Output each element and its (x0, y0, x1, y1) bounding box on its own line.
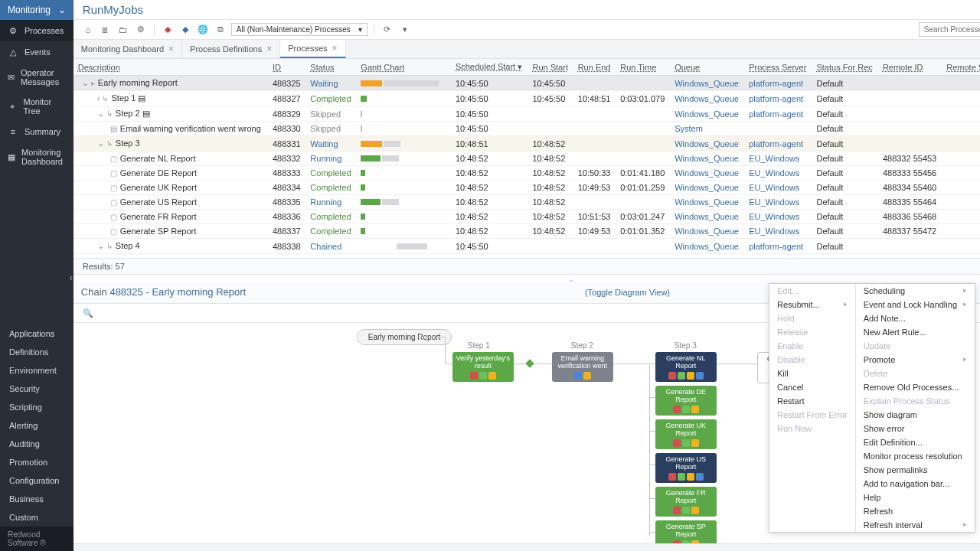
column-header[interactable]: Run Time (616, 59, 670, 76)
split-handle[interactable]: ‹⌄ (74, 275, 980, 281)
job-node[interactable]: Email warning verification went (552, 352, 613, 382)
settings-icon[interactable]: ⚙ (134, 23, 148, 37)
menu-item-resubmit-[interactable]: Resubmit...▸ (769, 298, 855, 311)
queue-link[interactable]: Windows_Queue (675, 154, 739, 163)
sidebar-section-auditing[interactable]: Auditing (0, 435, 74, 453)
job-node[interactable]: Generate FR Report (655, 487, 717, 517)
column-header[interactable]: Queue (670, 59, 744, 76)
queue-link[interactable]: Windows_Queue (675, 256, 739, 258)
menu-item-remove-old-processes-[interactable]: Remove Old Processes... (856, 380, 975, 394)
menu-item-kill[interactable]: Kill (769, 367, 855, 380)
close-icon[interactable]: × (168, 44, 174, 54)
menu-item-promote[interactable]: Promote▸ (856, 353, 975, 367)
process-server-link[interactable]: platform-agent (749, 242, 803, 251)
queue-link[interactable]: Windows_Queue (675, 242, 739, 251)
table-row[interactable]: ›↳Step 1 ▤488327Completed10:45:5010:45:5… (74, 91, 980, 106)
job-node[interactable]: Generate DE Report (655, 386, 717, 416)
home-icon[interactable]: ⌂ (81, 23, 95, 37)
sidebar-item-monitor-tree[interactable]: ⌖Monitor Tree (0, 92, 74, 121)
tab-process-definitions[interactable]: Process Definitions× (182, 40, 280, 58)
table-row[interactable]: ⌄↳Step 4488338Chained10:45:50Windows_Que… (74, 239, 980, 254)
sidebar-item-operator-messages[interactable]: ✉Operator Messages (0, 63, 74, 92)
column-header[interactable]: Remote System (942, 59, 980, 76)
sidebar-item-summary[interactable]: ≡Summary (0, 121, 74, 142)
process-filter-dropdown[interactable]: All (Non-Maintenance) Processes▾ (231, 23, 368, 36)
process-server-link[interactable]: EU_Windows (749, 183, 799, 192)
horizontal-scrollbar[interactable] (74, 543, 980, 551)
menu-item-refresh-interval[interactable]: Refresh interval▸ (856, 518, 975, 532)
refresh-caret-icon[interactable]: ▾ (398, 23, 412, 37)
job-node[interactable]: Generate SP Report (655, 520, 717, 543)
menu-item-add-note-[interactable]: Add Note... (856, 311, 975, 325)
table-row[interactable]: ⌄↳Step 2 ▤488329Skipped10:45:50Windows_Q… (74, 106, 980, 122)
menu-item-new-alert-rule-[interactable]: New Alert Rule... (856, 325, 975, 339)
search-processes-input[interactable]: 🔍 (919, 22, 980, 37)
filter-blue-icon[interactable]: ◆ (178, 23, 192, 37)
toggle-diagram-view[interactable]: (Toggle Diagram View) (585, 288, 670, 297)
column-header[interactable]: Status For Rec (812, 59, 877, 76)
sidebar-section-applications[interactable]: Applications (0, 324, 74, 343)
column-header[interactable]: ID (268, 59, 305, 76)
menu-item-show-diagram[interactable]: Show diagram (856, 408, 975, 422)
process-server-link[interactable]: EU_Windows (749, 212, 799, 221)
sidebar-section-monitoring[interactable]: Monitoring⌄ (0, 0, 74, 20)
table-row[interactable]: ▢Generate US Report488335Running10:48:52… (74, 195, 980, 210)
menu-item-refresh[interactable]: Refresh (856, 504, 975, 518)
chain-name-link[interactable]: Early morning Report (152, 286, 246, 298)
menu-item-cancel[interactable]: Cancel (769, 380, 855, 394)
queue-link[interactable]: Windows_Queue (675, 168, 739, 178)
filter-globe-icon[interactable]: 🌐 (196, 23, 210, 37)
sidebar-section-scripting[interactable]: Scripting (0, 398, 74, 416)
process-server-link[interactable]: platform-agent (749, 94, 803, 103)
expand-icon[interactable]: ⌄ (95, 109, 106, 118)
queue-link[interactable]: System (675, 124, 703, 133)
close-icon[interactable]: × (266, 44, 272, 54)
menu-item-restart[interactable]: Restart (769, 394, 855, 408)
collapse-left-icon[interactable]: ‹ (70, 272, 73, 283)
menu-item-show-error[interactable]: Show error (856, 422, 975, 435)
sidebar-item-processes[interactable]: ⚙Processes (0, 20, 74, 41)
menu-item-help[interactable]: Help (856, 491, 975, 504)
column-header[interactable]: Description (74, 59, 268, 76)
table-row[interactable]: ▢Generate FR Report488336Completed10:48:… (74, 210, 980, 224)
new-icon[interactable]: 🗎 (99, 23, 113, 37)
process-server-link[interactable]: platform-agent (749, 139, 803, 148)
column-header[interactable]: Process Server (744, 59, 812, 76)
process-server-link[interactable]: EU_Windows (749, 197, 799, 207)
job-node[interactable]: Generate US Report (655, 453, 717, 483)
table-row[interactable]: ▢Generate NL Report488332Running10:48:52… (74, 152, 980, 166)
job-node[interactable]: Generate UK Report (655, 419, 717, 449)
zoom-reset-icon[interactable]: 🔍 (81, 306, 95, 320)
sidebar-section-configuration[interactable]: Configuration (0, 471, 74, 490)
tab-processes[interactable]: Processes× (280, 40, 345, 58)
column-header[interactable]: Gantt Chart (356, 59, 451, 76)
job-node[interactable]: Generate NL Report (655, 352, 717, 382)
column-header[interactable]: Run Start (528, 59, 573, 76)
close-icon[interactable]: × (332, 43, 338, 54)
process-server-link[interactable]: platform-agent (749, 79, 803, 88)
column-header[interactable]: Remote ID (878, 59, 942, 76)
queue-link[interactable]: Windows_Queue (675, 139, 739, 148)
process-server-link[interactable]: EU_Windows (749, 227, 799, 236)
menu-item-show-permalinks[interactable]: Show permalinks (856, 463, 975, 477)
expand-icon[interactable]: ⌄ (95, 139, 106, 148)
tab-monitoring-dashboard[interactable]: Monitoring Dashboard× (74, 40, 182, 58)
process-grid[interactable]: DescriptionIDStatusGantt ChartScheduled … (74, 59, 980, 258)
table-row[interactable]: ⌄↳Step 3488331Waiting10:48:5110:48:52Win… (74, 136, 980, 152)
queue-link[interactable]: Windows_Queue (675, 109, 739, 119)
queue-link[interactable]: Windows_Queue (675, 212, 739, 221)
sidebar-section-business[interactable]: Business (0, 490, 74, 508)
expand-icon[interactable]: ⌄ (80, 78, 91, 87)
menu-item-add-to-navigation-bar-[interactable]: Add to navigation bar... (856, 477, 975, 491)
sidebar-section-security[interactable]: Security (0, 380, 74, 398)
chain-id-link[interactable]: 488325 (109, 286, 142, 298)
column-header[interactable]: Scheduled Start ▾ (451, 59, 528, 76)
table-row[interactable]: ⌄▸Early morning Report488325Waiting10:45… (74, 76, 980, 91)
menu-item-monitor-process-resolution[interactable]: Monitor process resolution (856, 449, 975, 463)
copy-icon[interactable]: ⧉ (214, 23, 227, 37)
column-header[interactable]: Run End (573, 59, 616, 76)
sidebar-section-promotion[interactable]: Promotion (0, 453, 74, 471)
sidebar-section-custom[interactable]: Custom (0, 508, 74, 527)
table-row[interactable]: ▢Generate HQ Report488339Chained10:45:50… (74, 254, 980, 259)
filter-red-icon[interactable]: ◆ (161, 23, 175, 37)
